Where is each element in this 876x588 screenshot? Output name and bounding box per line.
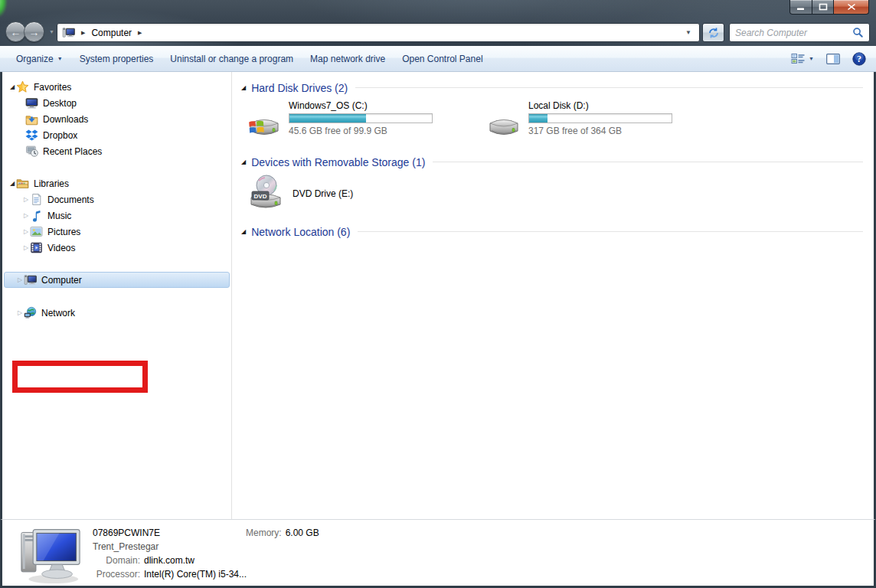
pictures-icon [30,225,43,238]
drive-usage-fill [529,114,548,122]
uninstall-program-button[interactable]: Uninstall or change a program [162,50,302,68]
tree-collapsed-icon[interactable]: ▷ [16,309,24,316]
music-icon [30,209,43,222]
breadcrumb-separator-icon[interactable]: ▶ [138,30,142,36]
group-collapse-icon[interactable]: ◢ [241,84,246,91]
sidebar-item-music[interactable]: ▷ Music [2,207,231,224]
sidebar-item-libraries[interactable]: ◢ Libraries [2,175,231,191]
breadcrumb-separator-icon[interactable]: ▶ [81,30,85,36]
back-button[interactable]: ← [5,21,26,42]
recent-pages-dropdown[interactable]: ▼ [49,29,54,34]
libraries-folder-icon [16,177,29,190]
user-name: Trent_Prestegar [93,541,159,552]
drive-item-c[interactable]: Windows7_OS (C:) 45.6 GB free of 99.9 GB [245,100,433,143]
downloads-icon [25,113,38,126]
chevron-down-icon: ▼ [57,56,63,61]
explorer-window: ← → ▼ ▶ Computer ▶ ▼ Search Computer Org… [0,0,876,588]
group-collapse-icon[interactable]: ◢ [241,228,246,235]
drive-item-d[interactable]: Local Disk (D:) 317 GB free of 364 GB [485,100,673,143]
sidebar-item-recent-places[interactable]: Recent Places [2,143,231,159]
sidebar-item-videos[interactable]: ▷ Videos [2,240,231,256]
maximize-icon [819,3,828,11]
sidebar-item-dropbox[interactable]: Dropbox [2,127,231,143]
refresh-button[interactable] [702,23,724,42]
drive-free-space: 317 GB free of 364 GB [528,126,673,136]
help-button[interactable] [850,51,868,67]
command-toolbar: Organize ▼ System properties Uninstall o… [0,46,876,72]
back-arrow-icon: ← [11,26,21,38]
documents-icon [30,193,43,206]
memory-value: 6.00 GB [286,528,319,538]
close-icon [847,3,856,11]
chevron-down-icon: ▼ [809,56,814,61]
tree-collapsed-icon[interactable]: ▷ [22,212,30,219]
videos-icon [30,241,43,254]
dropbox-icon [25,129,38,142]
drive-name: Windows7_OS (C:) [289,100,433,113]
dvd-drive-icon [245,173,286,214]
forward-button[interactable]: → [24,21,44,42]
drive-name: Local Disk (D:) [528,100,673,113]
search-icon[interactable] [852,27,864,38]
domain-label: Domain: [93,555,140,566]
tree-expanded-icon[interactable]: ◢ [8,83,16,90]
address-dropdown-icon[interactable]: ▼ [682,29,695,36]
drive-usage-bar [528,113,672,123]
group-rule [358,231,863,232]
tree-collapsed-icon[interactable]: ▷ [22,228,30,235]
organize-label: Organize [16,54,54,64]
favorites-label: Favorites [34,82,71,93]
forward-arrow-icon: → [29,26,40,38]
drive-item-dvd[interactable]: DVD Drive (E:) [245,173,353,214]
computer-icon [62,26,75,39]
group-collapse-icon[interactable]: ◢ [241,158,246,165]
computer-name: 07869PCWIN7E [93,528,160,538]
minimize-icon [796,3,806,11]
preview-pane-icon [826,54,840,64]
sidebar-item-documents[interactable]: ▷ Documents [2,191,231,207]
window-controls [789,0,869,15]
sidebar-item-network[interactable]: ▷ Network [2,305,231,321]
tree-collapsed-icon[interactable]: ▷ [22,244,30,251]
breadcrumb-computer[interactable]: Computer [91,28,132,38]
computer-icon [24,273,37,286]
items-view: ◢ Hard Disk Drives (2) Windows7_OS (C:) … [232,72,874,519]
change-view-button[interactable]: ▼ [789,51,816,67]
group-rule [433,162,863,162]
group-header-removable-storage[interactable]: ◢ Devices with Removable Storage (1) [239,154,863,170]
sidebar-item-computer[interactable]: ▷ Computer [2,272,231,288]
sidebar-item-downloads[interactable]: Downloads [2,111,231,127]
preview-pane-button[interactable] [824,52,842,66]
computer-tower-monitor-icon [15,524,87,585]
system-properties-button[interactable]: System properties [71,50,162,68]
maximize-button[interactable] [812,0,834,15]
details-pane: 07869PCWIN7E Trent_Prestegar Domain: dli… [0,519,876,588]
address-bar[interactable]: ▶ Computer ▶ ▼ [57,23,700,42]
group-header-hard-disk-drives[interactable]: ◢ Hard Disk Drives (2) [239,80,863,96]
tree-collapsed-icon[interactable]: ▷ [16,276,24,283]
close-button[interactable] [834,0,869,15]
sidebar-item-desktop[interactable]: Desktop [2,95,231,111]
drive-free-space: 45.6 GB free of 99.9 GB [289,126,433,136]
domain-value: dlink.com.tw [144,555,194,566]
sidebar-item-pictures[interactable]: ▷ Pictures [2,224,231,240]
search-box[interactable]: Search Computer [729,23,870,42]
organize-button[interactable]: Organize ▼ [8,50,71,68]
tree-expanded-icon[interactable]: ◢ [8,180,16,187]
sidebar-item-favorites[interactable]: ◢ Favorites [2,79,231,95]
processor-value: Intel(R) Core(TM) i5-34... [144,569,247,580]
memory-label: Memory: [246,528,282,538]
group-header-network-location[interactable]: ◢ Network Location (6) [239,224,863,240]
drive-usage-bar [289,113,433,123]
help-icon [852,52,866,66]
group-title: Devices with Removable Storage (1) [251,156,425,168]
computer-selected-highlight [4,272,230,288]
tree-collapsed-icon[interactable]: ▷ [22,196,30,203]
minimize-button[interactable] [789,0,812,15]
group-title: Hard Disk Drives (2) [251,82,348,94]
desktop-glow [0,0,7,17]
group-title: Network Location (6) [251,226,350,238]
open-control-panel-button[interactable]: Open Control Panel [394,50,491,68]
map-network-drive-button[interactable]: Map network drive [302,50,394,68]
search-input[interactable]: Search Computer [735,28,852,38]
